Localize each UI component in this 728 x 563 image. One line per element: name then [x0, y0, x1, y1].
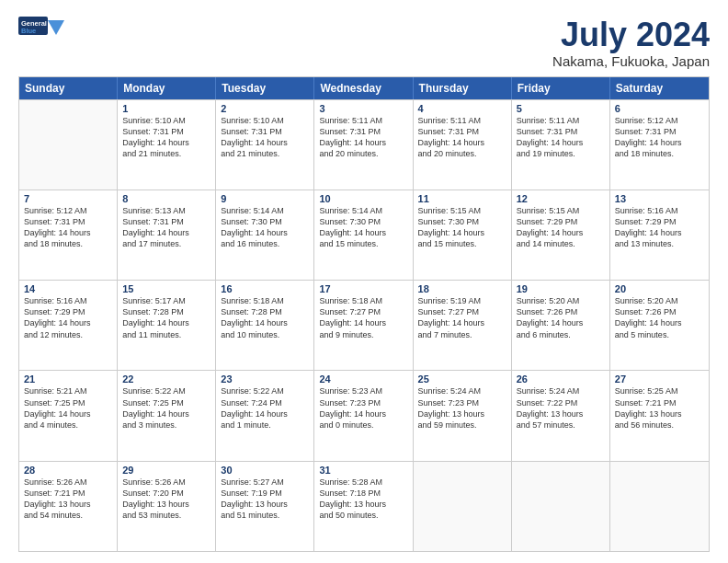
cell-info-line: Daylight: 14 hours [517, 317, 605, 328]
cell-info-line: Sunset: 7:28 PM [221, 306, 309, 317]
cell-info-line: Daylight: 14 hours [24, 317, 112, 328]
day-cell-3: 3Sunrise: 5:11 AMSunset: 7:31 PMDaylight… [314, 100, 413, 190]
day-cell-13: 13Sunrise: 5:16 AMSunset: 7:29 PMDayligh… [610, 190, 709, 280]
cell-info-line: Sunset: 7:31 PM [418, 126, 506, 137]
cell-info-line: and 16 minutes. [221, 238, 309, 249]
page-header: GeneralBlue July 2024 Nakama, Fukuoka, J… [18, 17, 710, 69]
cell-info-line: and 0 minutes. [319, 419, 407, 431]
cell-info-line: Sunrise: 5:23 AM [319, 385, 407, 396]
cell-info-line: Sunrise: 5:10 AM [221, 115, 309, 126]
cell-info-line: and 3 minutes. [122, 419, 210, 431]
cell-info-line: and 14 minutes. [517, 238, 605, 249]
cell-info-line: Daylight: 14 hours [517, 137, 605, 148]
cell-info-line: Sunrise: 5:11 AM [517, 115, 605, 126]
cell-info-line: Sunrise: 5:17 AM [122, 295, 210, 306]
cell-info-line: Daylight: 14 hours [221, 408, 309, 419]
cell-info-line: Sunset: 7:28 PM [122, 306, 210, 317]
cell-info-line: Daylight: 14 hours [221, 137, 309, 148]
day-number: 9 [221, 193, 309, 204]
day-number: 27 [615, 373, 704, 385]
cell-info-line: Daylight: 14 hours [122, 317, 210, 328]
cell-info-line: Sunset: 7:21 PM [615, 397, 704, 408]
day-number: 20 [615, 283, 704, 294]
day-number: 6 [615, 103, 704, 114]
cell-info-line: and 5 minutes. [615, 329, 704, 340]
cell-info-line: Sunset: 7:23 PM [319, 397, 407, 408]
cell-info-line: Sunrise: 5:24 AM [418, 385, 506, 396]
cell-info-line: Daylight: 14 hours [221, 317, 309, 328]
header-day-tuesday: Tuesday [216, 77, 314, 99]
cell-info-line: Daylight: 13 hours [517, 408, 605, 419]
day-cell-17: 17Sunrise: 5:18 AMSunset: 7:27 PMDayligh… [314, 281, 413, 370]
cell-info-line: and 54 minutes. [24, 510, 112, 521]
cell-info-line: and 15 minutes. [418, 238, 506, 249]
day-number: 17 [319, 283, 407, 294]
cell-info-line: Sunset: 7:29 PM [24, 306, 112, 317]
cell-info-line: and 7 minutes. [418, 329, 506, 340]
week-row-0: 1Sunrise: 5:10 AMSunset: 7:31 PMDaylight… [19, 99, 709, 190]
day-number: 5 [517, 103, 605, 114]
cell-info-line: and 59 minutes. [418, 419, 506, 431]
day-number: 16 [221, 283, 309, 294]
cell-info-line: Sunset: 7:31 PM [615, 126, 704, 137]
day-number: 24 [319, 373, 407, 385]
day-cell-24: 24Sunrise: 5:23 AMSunset: 7:23 PMDayligh… [314, 371, 413, 460]
cell-info-line: Sunset: 7:24 PM [221, 397, 309, 408]
day-cell-23: 23Sunrise: 5:22 AMSunset: 7:24 PMDayligh… [216, 371, 314, 460]
day-cell-6: 6Sunrise: 5:12 AMSunset: 7:31 PMDaylight… [610, 100, 709, 190]
day-number: 23 [221, 373, 309, 385]
day-number: 29 [122, 465, 210, 476]
cell-info-line: Sunset: 7:30 PM [221, 216, 309, 227]
cell-info-line: Sunrise: 5:24 AM [517, 385, 605, 396]
header-day-monday: Monday [118, 77, 216, 99]
cell-info-line: Sunset: 7:18 PM [319, 488, 407, 499]
day-cell-12: 12Sunrise: 5:15 AMSunset: 7:29 PMDayligh… [512, 190, 610, 280]
cell-info-line: and 13 minutes. [615, 238, 704, 249]
cell-info-line: Sunset: 7:31 PM [221, 126, 309, 137]
svg-text:Blue: Blue [21, 27, 36, 35]
cell-info-line: and 12 minutes. [24, 329, 112, 340]
cell-info-line: Sunset: 7:31 PM [517, 126, 605, 137]
day-number: 10 [319, 193, 407, 204]
cell-info-line: Sunrise: 5:16 AM [615, 205, 704, 216]
day-number: 25 [418, 373, 506, 385]
day-number: 4 [418, 103, 506, 114]
subtitle: Nakama, Fukuoka, Japan [552, 53, 710, 69]
main-title: July 2024 [552, 17, 710, 53]
cell-info-line: Sunset: 7:26 PM [615, 306, 704, 317]
day-number: 26 [517, 373, 605, 385]
cell-info-line: Sunrise: 5:13 AM [122, 205, 210, 216]
cell-info-line: and 15 minutes. [319, 238, 407, 249]
cell-info-line: and 20 minutes. [418, 148, 506, 159]
cell-info-line: Sunrise: 5:16 AM [24, 295, 112, 306]
day-cell-7: 7Sunrise: 5:12 AMSunset: 7:31 PMDaylight… [19, 190, 118, 280]
day-number: 19 [517, 283, 605, 294]
cell-info-line: Sunrise: 5:26 AM [122, 477, 210, 488]
cell-info-line: Sunset: 7:31 PM [319, 126, 407, 137]
cell-info-line: Sunset: 7:29 PM [517, 216, 605, 227]
cell-info-line: and 19 minutes. [517, 148, 605, 159]
cell-info-line: Daylight: 14 hours [615, 317, 704, 328]
cell-info-line: Sunrise: 5:12 AM [24, 205, 112, 216]
cell-info-line: Sunset: 7:27 PM [418, 306, 506, 317]
day-number: 15 [122, 283, 210, 294]
cell-info-line: and 51 minutes. [221, 510, 309, 521]
cell-info-line: Sunset: 7:31 PM [122, 216, 210, 227]
day-cell-5: 5Sunrise: 5:11 AMSunset: 7:31 PMDaylight… [512, 100, 610, 190]
cell-info-line: and 10 minutes. [221, 329, 309, 340]
calendar-header: SundayMondayTuesdayWednesdayThursdayFrid… [19, 77, 709, 99]
day-cell-16: 16Sunrise: 5:18 AMSunset: 7:28 PMDayligh… [216, 281, 314, 370]
day-cell-19: 19Sunrise: 5:20 AMSunset: 7:26 PMDayligh… [512, 281, 610, 370]
day-cell-30: 30Sunrise: 5:27 AMSunset: 7:19 PMDayligh… [216, 462, 314, 551]
cell-info-line: Daylight: 14 hours [24, 408, 112, 419]
cell-info-line: and 9 minutes. [319, 329, 407, 340]
cell-info-line: and 4 minutes. [24, 419, 112, 431]
cell-info-line: Daylight: 14 hours [122, 227, 210, 238]
cell-info-line: Sunset: 7:31 PM [122, 126, 210, 137]
cell-info-line: Sunrise: 5:15 AM [418, 205, 506, 216]
cell-info-line: Daylight: 14 hours [418, 137, 506, 148]
cell-info-line: Daylight: 13 hours [24, 499, 112, 510]
day-number: 3 [319, 103, 407, 114]
day-number: 21 [24, 373, 112, 385]
cell-info-line: and 18 minutes. [615, 148, 704, 159]
